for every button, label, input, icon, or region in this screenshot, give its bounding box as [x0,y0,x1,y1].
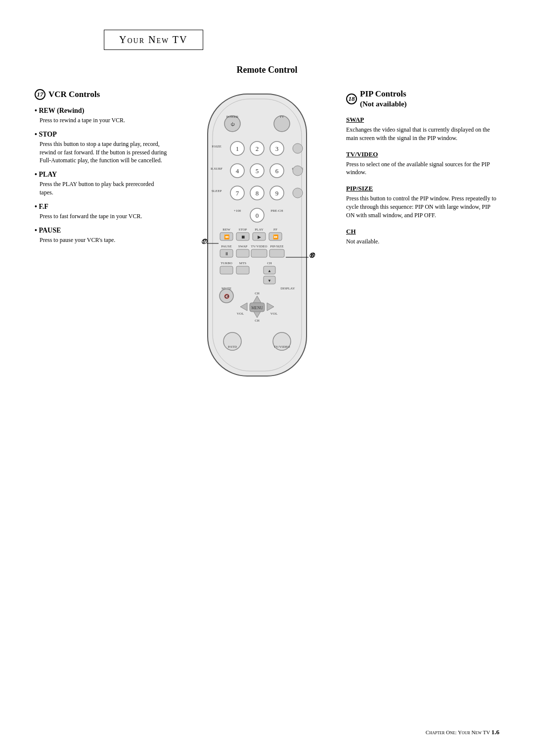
svg-text:PAUSE: PAUSE [221,244,232,248]
svg-text:CH: CH [267,261,272,265]
list-item: CH Not available. [346,228,499,246]
svg-text:⏪: ⏪ [224,234,230,240]
svg-text:SLEEP: SLEEP [212,189,222,193]
svg-text:TV/VIDEO: TV/VIDEO [251,244,267,248]
swap-desc: Exchanges the video signal that is curre… [346,126,499,142]
section-title: Remote Control [35,65,499,75]
svg-text:4: 4 [236,167,239,175]
list-item: STOP Press this button to stop a tape du… [35,131,168,165]
list-item: PIP/SIZE Press this button to control th… [346,185,499,219]
pip-header-text: PIP Controls (Not available) [360,89,407,109]
stop-title: STOP [35,131,168,139]
svg-text:7: 7 [236,189,239,197]
svg-text:PRE-CH: PRE-CH [271,209,283,213]
list-item: SWAP Exchanges the video signal that is … [346,116,499,142]
svg-text:⏻: ⏻ [230,122,235,127]
svg-text:CH: CH [255,319,260,323]
main-layout: 17 VCR Controls REW (Rewind) Press to re… [35,89,499,398]
svg-text:STOP: STOP [239,228,247,232]
svg-text:MTS: MTS [239,261,247,265]
page-container: Your New TV Remote Control 17 VCR Contro… [0,0,534,756]
svg-text:5: 5 [256,167,259,175]
svg-text:TV: TV [279,115,284,119]
tvvideo-title: TV/VIDEO [346,150,499,158]
svg-text:9: 9 [275,189,279,197]
svg-rect-60 [220,266,233,274]
svg-text:R.SURF: R.SURF [211,167,222,171]
svg-point-24 [293,166,303,176]
svg-text:MENU: MENU [251,306,263,310]
svg-text:⑰: ⑰ [201,238,208,244]
svg-text:2: 2 [256,145,259,152]
svg-text:3: 3 [275,145,279,152]
svg-text:▶: ▶ [258,235,261,239]
svg-text:⏸: ⏸ [224,251,229,256]
svg-text:PIP/SIZE: PIP/SIZE [270,244,284,248]
left-column: 17 VCR Controls REW (Rewind) Press to re… [35,89,168,250]
svg-text:8: 8 [256,189,259,197]
svg-rect-58 [269,249,284,257]
remote-svg: POWER ⏻ TV P.SIZE 1 2 3 VCR R [193,89,321,396]
list-item: PAUSE Press to pause your VCR's tape. [35,227,168,244]
svg-rect-62 [236,266,249,274]
svg-text:P.SIZE: P.SIZE [212,144,222,148]
svg-text:VOL: VOL [270,312,277,316]
svg-rect-54 [236,249,249,257]
list-item: REW (Rewind) Press to rewind a tape in y… [35,107,168,125]
footer: Chapter One: Your New TV 1.6 [426,728,499,736]
svg-text:VOL: VOL [237,312,244,316]
play-desc: Press the PLAY button to play back prere… [35,180,168,197]
svg-text:⑱: ⑱ [309,252,315,258]
pipsize-desc: Press this button to control the PIP win… [346,194,499,219]
svg-text:⏩: ⏩ [273,234,279,240]
svg-text:▼: ▼ [267,279,271,283]
remote-illustration: POWER ⏻ TV P.SIZE 1 2 3 VCR R [168,89,346,398]
svg-text:0: 0 [256,212,259,219]
svg-text:SWAP: SWAP [238,244,248,248]
svg-text:DISPLAY: DISPLAY [281,286,295,290]
swap-title: SWAP [346,116,499,124]
rew-title: REW (Rewind) [35,107,168,115]
svg-text:🔇: 🔇 [224,293,230,299]
title-box: Your New TV [104,30,203,50]
tvvideo-desc: Press to select one of the available sig… [346,160,499,177]
svg-point-15 [293,143,303,153]
svg-text:CH: CH [255,291,260,295]
stop-desc: Press this button to stop a tape during … [35,140,168,165]
ff-title: F.F [35,203,168,211]
svg-text:FF: FF [273,228,277,232]
vcr-controls-header: 17 VCR Controls [35,89,168,100]
right-column: 18 PIP Controls (Not available) SWAP Exc… [346,89,499,253]
page-title: Your New TV [119,34,188,45]
svg-text:P.STD: P.STD [228,345,237,349]
svg-text:REW: REW [222,228,230,232]
footer-chapter-label: Chapter One: Your New TV [426,729,490,735]
svg-text:▲: ▲ [267,269,271,273]
list-item: F.F Press to fast forward the tape in yo… [35,203,168,221]
ff-desc: Press to fast forward the tape in your V… [35,212,168,221]
pip-circle-number: 18 [346,94,357,104]
rew-desc: Press to rewind a tape in your VCR. [35,116,168,125]
svg-text:6: 6 [275,167,279,175]
svg-text:1: 1 [236,145,239,152]
svg-text:TV/VIDEO: TV/VIDEO [273,345,290,349]
svg-rect-56 [251,249,267,257]
vcr-header-text: VCR Controls [48,90,100,99]
pause-title: PAUSE [35,227,168,235]
list-item: PLAY Press the PLAY button to play back … [35,171,168,197]
ch-desc: Not available. [346,237,499,246]
svg-text:TURBO: TURBO [221,261,232,265]
pipsize-title: PIP/SIZE [346,185,499,192]
svg-point-33 [293,188,303,198]
ch-title: CH [346,228,499,236]
play-title: PLAY [35,171,168,179]
svg-text:PLAY: PLAY [255,228,264,232]
pause-desc: Press to pause your VCR's tape. [35,236,168,244]
footer-page-number: 1.6 [491,728,499,736]
svg-text:⏹: ⏹ [241,235,245,239]
remote-wrapper: POWER ⏻ TV P.SIZE 1 2 3 VCR R [193,89,321,398]
pip-controls-header: 18 PIP Controls (Not available) [346,89,499,109]
svg-text:POWER: POWER [226,115,239,119]
list-item: TV/VIDEO Press to select one of the avai… [346,150,499,177]
vcr-circle-number: 17 [35,89,45,100]
